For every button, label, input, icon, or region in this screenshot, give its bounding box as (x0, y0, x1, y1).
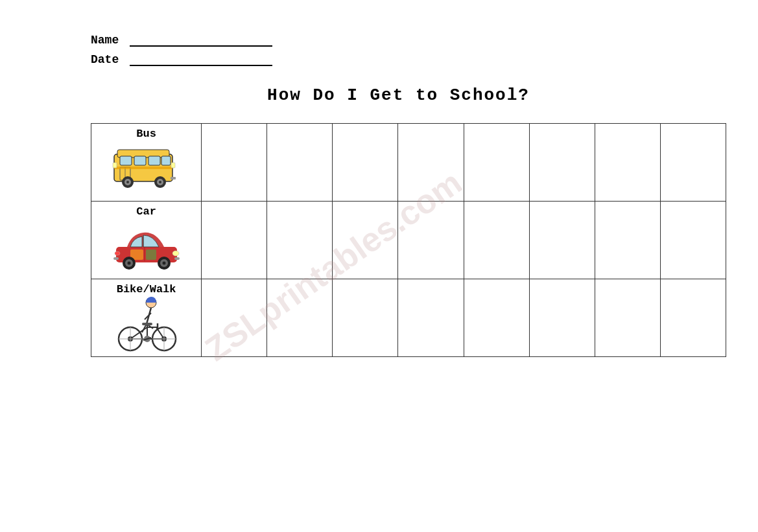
svg-rect-32 (113, 257, 119, 260)
svg-rect-15 (171, 163, 175, 168)
svg-rect-49 (142, 323, 152, 325)
svg-rect-5 (161, 156, 171, 165)
svg-rect-3 (134, 156, 146, 165)
svg-rect-31 (174, 257, 180, 260)
car-cell-1 (202, 202, 267, 279)
title-section: How Do I Get to School? (91, 86, 706, 105)
car-cell-5 (464, 202, 529, 279)
main-title: How Do I Get to School? (91, 86, 706, 105)
bike-cell-5 (464, 279, 529, 357)
table-row: Car (91, 202, 726, 279)
car-cell-6 (529, 202, 595, 279)
bus-label: Bus (136, 128, 156, 140)
car-cell-7 (595, 202, 660, 279)
svg-point-28 (162, 261, 165, 264)
svg-point-14 (159, 181, 161, 183)
car-cell-8 (660, 202, 726, 279)
svg-point-11 (126, 181, 129, 183)
transport-table: Bus (91, 123, 726, 357)
bus-cell-5 (464, 124, 529, 202)
bike-cell-3 (333, 279, 398, 357)
table-row: Bus (91, 124, 726, 202)
svg-rect-4 (148, 156, 160, 165)
date-label: Date (91, 53, 130, 66)
bike-cell-2 (267, 279, 333, 357)
bike-label-cell: Bike/Walk (91, 279, 202, 357)
svg-point-29 (172, 251, 179, 256)
svg-rect-8 (114, 167, 172, 169)
car-label-cell: Car (91, 202, 202, 279)
svg-rect-22 (146, 249, 156, 260)
bus-cell-3 (333, 124, 398, 202)
svg-point-25 (127, 261, 130, 264)
bike-label: Bike/Walk (117, 283, 176, 295)
svg-rect-16 (171, 177, 176, 179)
name-label: Name (91, 34, 130, 47)
date-input-line[interactable] (130, 52, 272, 66)
svg-rect-17 (113, 163, 117, 168)
bike-cell-1 (202, 279, 267, 357)
name-line: Name (91, 32, 706, 47)
bus-cell-8 (660, 124, 726, 202)
svg-point-30 (115, 251, 120, 255)
page: Name Date How Do I Get to School? ZSLpri… (0, 0, 758, 532)
bike-icon (111, 298, 182, 350)
name-input-line[interactable] (130, 32, 272, 47)
bus-icon (111, 143, 182, 194)
bus-label-cell: Bus (91, 124, 202, 202)
car-cell-3 (333, 202, 398, 279)
car-cell-4 (398, 202, 464, 279)
bus-cell-6 (529, 124, 595, 202)
car-icon (111, 220, 182, 272)
bus-cell-7 (595, 124, 660, 202)
bike-cell-8 (660, 279, 726, 357)
bike-cell-4 (398, 279, 464, 357)
svg-rect-2 (120, 156, 132, 165)
car-label: Car (136, 205, 156, 218)
date-line: Date (91, 52, 706, 66)
bus-cell-4 (398, 124, 464, 202)
bike-cell-7 (595, 279, 660, 357)
bike-cell-6 (529, 279, 595, 357)
table-row: Bike/Walk (91, 279, 726, 357)
bus-cell-1 (202, 124, 267, 202)
car-cell-2 (267, 202, 333, 279)
form-section: Name Date (91, 32, 706, 66)
bus-cell-2 (267, 124, 333, 202)
